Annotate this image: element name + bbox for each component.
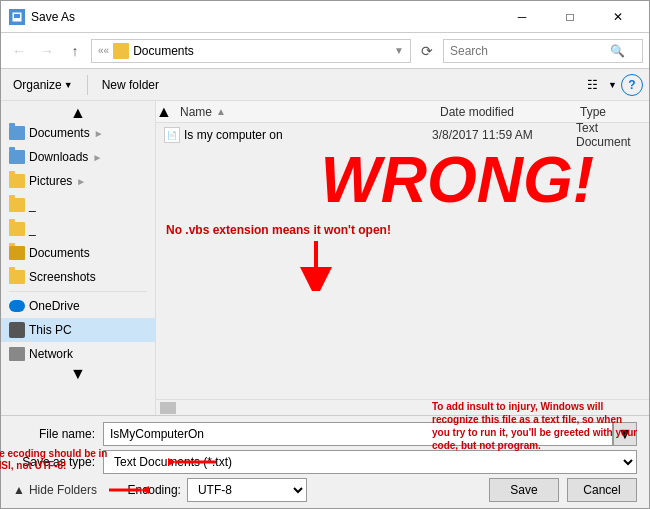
organize-dropdown-icon: ▼: [64, 80, 73, 90]
view-dropdown-icon: ▼: [608, 80, 617, 90]
sidebar-item-label: Network: [29, 347, 73, 361]
sidebar-item-label: _: [29, 198, 36, 212]
arrow-down-svg: [286, 241, 346, 291]
file-name-label: File name:: [13, 427, 103, 441]
back-button[interactable]: ←: [7, 39, 31, 63]
sidebar-item-network[interactable]: Network: [1, 342, 155, 366]
help-button[interactable]: ?: [621, 74, 643, 96]
dialog-title: Save As: [31, 10, 499, 24]
file-name-dropdown[interactable]: ▼: [613, 422, 637, 446]
address-folder-icon: [113, 43, 129, 59]
header-scroll-up[interactable]: ▲: [156, 104, 172, 120]
refresh-button[interactable]: ⟳: [415, 39, 439, 63]
save-as-type-row: Save as type: Text Documents (*.txt) To …: [13, 450, 637, 474]
address-path-text: Documents: [133, 44, 194, 58]
save-as-type-select[interactable]: Text Documents (*.txt): [103, 450, 637, 474]
button-row: ▲ Hide Folders The ecoding should be in …: [13, 478, 637, 502]
file-date: 3/8/2017 11:59 AM: [432, 128, 572, 142]
sidebar-item-label: Pictures: [29, 174, 72, 188]
sidebar-item-label: Downloads: [29, 150, 88, 164]
onedrive-icon: [9, 300, 25, 312]
sidebar-item-blank1[interactable]: _: [1, 193, 155, 217]
sort-arrow: ▲: [216, 106, 226, 117]
cancel-button[interactable]: Cancel: [567, 478, 637, 502]
col-header-date[interactable]: Date modified: [432, 101, 572, 122]
save-button[interactable]: Save: [489, 478, 559, 502]
col-header-name[interactable]: Name ▲: [172, 101, 432, 122]
svg-rect-1: [14, 14, 20, 18]
bottom-annotations: File name: ▼ Save as type: Text Document…: [13, 422, 637, 502]
sidebar-item-onedrive[interactable]: OneDrive: [1, 294, 155, 318]
horizontal-scrollbar[interactable]: [156, 399, 649, 415]
no-extension-note: No .vbs extension means it won't open!: [166, 223, 391, 237]
bottom-section: File name: ▼ Save as type: Text Document…: [1, 415, 649, 508]
new-folder-button[interactable]: New folder: [96, 73, 165, 97]
sidebar-item-documents2[interactable]: Documents: [1, 241, 155, 265]
sidebar-scroll-down[interactable]: ▼: [1, 366, 155, 382]
save-as-type-wrapper: Text Documents (*.txt): [103, 450, 637, 474]
sidebar-item-blank2[interactable]: _: [1, 217, 155, 241]
window-controls: ─ □ ✕: [499, 1, 641, 33]
sidebar-item-label: This PC: [29, 323, 72, 337]
sidebar-item-screenshots[interactable]: Screenshots: [1, 265, 155, 289]
file-item[interactable]: 📄 Is my computer on 3/8/2017 11:59 AM Te…: [156, 123, 649, 147]
address-path[interactable]: «« Documents ▼: [91, 39, 411, 63]
main-content: ▲ Documents ► Downloads ► Pictures ► _: [1, 101, 649, 415]
h-scroll-thumb[interactable]: [160, 402, 176, 414]
search-box: 🔍: [443, 39, 643, 63]
pc-icon: [9, 322, 25, 338]
encoding-row: The ecoding should be in ANSI, not UTF-8…: [117, 478, 307, 502]
sidebar-item-pictures[interactable]: Pictures ►: [1, 169, 155, 193]
folder-icon: [9, 174, 25, 188]
minimize-button[interactable]: ─: [499, 1, 545, 33]
pin-icon: ►: [94, 128, 104, 139]
file-name: Is my computer on: [184, 128, 428, 142]
address-bar: ← → ↑ «« Documents ▼ ⟳ 🔍: [1, 33, 649, 69]
sidebar-item-label: OneDrive: [29, 299, 80, 313]
sidebar-item-label: Screenshots: [29, 270, 96, 284]
folder-icon: [9, 198, 25, 212]
wrong-overlay: WRONG!: [320, 143, 594, 217]
file-list-header: ▲ Name ▲ Date modified Type: [156, 101, 649, 123]
title-bar: Save As ─ □ ✕: [1, 1, 649, 33]
encoding-select[interactable]: UTF-8 ANSI: [187, 478, 307, 502]
sidebar-item-downloads[interactable]: Downloads ►: [1, 145, 155, 169]
sidebar-item-label: _: [29, 222, 36, 236]
blue-folder-icon: [9, 150, 25, 164]
folder-icon: [9, 222, 25, 236]
action-buttons: Save Cancel: [489, 478, 637, 502]
file-list-scroll[interactable]: 📄 Is my computer on 3/8/2017 11:59 AM Te…: [156, 123, 649, 399]
organize-button[interactable]: Organize ▼: [7, 73, 79, 97]
file-name-input[interactable]: [103, 422, 613, 446]
sidebar-scroll-up[interactable]: ▲: [1, 105, 155, 121]
file-type: Text Document: [576, 123, 641, 149]
folder-icon: [9, 270, 25, 284]
toolbar: Organize ▼ New folder ☷ ▼ ?: [1, 69, 649, 101]
toolbar-separator: [87, 75, 88, 95]
pin-icon: ►: [76, 176, 86, 187]
text-file-icon: 📄: [164, 127, 180, 143]
file-list-area: ▲ Name ▲ Date modified Type 📄 Is my comp…: [156, 101, 649, 415]
maximize-button[interactable]: □: [547, 1, 593, 33]
encoding-label: Encoding:: [117, 483, 187, 497]
file-name-row: File name: ▼: [13, 422, 637, 446]
close-button[interactable]: ✕: [595, 1, 641, 33]
sidebar-item-label: Documents: [29, 246, 90, 260]
toolbar-right: ☷ ▼ ?: [580, 73, 643, 97]
forward-button[interactable]: →: [35, 39, 59, 63]
blue-folder-icon: [9, 126, 25, 140]
sidebar: ▲ Documents ► Downloads ► Pictures ► _: [1, 101, 156, 415]
hide-folders-arrow-icon: ▲: [13, 483, 25, 497]
sidebar-item-this-pc[interactable]: This PC: [1, 318, 155, 342]
sidebar-divider: [9, 291, 147, 292]
col-header-type[interactable]: Type: [572, 101, 649, 122]
search-input[interactable]: [450, 44, 610, 58]
pin-icon: ►: [92, 152, 102, 163]
dialog-icon: [9, 9, 25, 25]
view-toggle-button[interactable]: ☷: [580, 73, 604, 97]
sidebar-item-documents-pinned[interactable]: Documents ►: [1, 121, 155, 145]
up-button[interactable]: ↑: [63, 39, 87, 63]
network-icon: [9, 347, 25, 361]
hide-folders-button[interactable]: ▲ Hide Folders: [13, 483, 97, 497]
search-icon: 🔍: [610, 44, 625, 58]
